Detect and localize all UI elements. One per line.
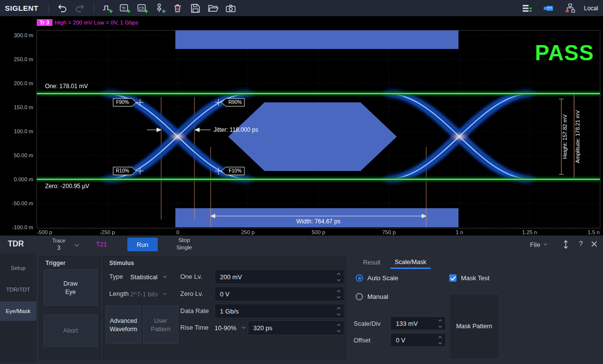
type-label: Type xyxy=(109,269,123,284)
spin-up-icon[interactable] xyxy=(337,272,340,276)
eye-diagram-canvas xyxy=(0,16,603,235)
trace-selector[interactable]: Trace 3 xyxy=(47,237,79,252)
offset-spinbox[interactable]: 0 V xyxy=(390,333,446,347)
spin-down-icon[interactable] xyxy=(337,277,340,281)
save-file-button[interactable] xyxy=(188,2,203,15)
x-axis-label: -250 p xyxy=(90,229,124,235)
trace-selector-value: 3 xyxy=(47,244,71,251)
chevron-down-icon xyxy=(163,274,167,278)
collapse-panel-button[interactable] xyxy=(562,240,569,251)
offset-label: Offset xyxy=(354,333,370,348)
length-dropdown[interactable]: 2^7-1 bits xyxy=(130,287,166,301)
add-trace-button[interactable]: Tr xyxy=(118,2,133,15)
data-rate-label: Data Rate xyxy=(180,304,209,318)
data-rate-spinbox[interactable]: 1 Gb/s xyxy=(215,304,344,318)
auto-scale-radio[interactable] xyxy=(356,274,363,282)
jitter-readout: Jitter: 118.000 ps xyxy=(214,126,258,133)
add-probe-icon xyxy=(154,2,166,14)
trash-icon xyxy=(172,2,184,14)
add-trigger-button[interactable] xyxy=(100,2,115,15)
run-button[interactable]: Run xyxy=(127,238,158,251)
abort-button[interactable]: Abort xyxy=(44,315,97,347)
chevron-down-icon xyxy=(242,325,245,329)
usb-icon xyxy=(543,2,555,14)
mask-pattern-button[interactable]: Mask Pattern xyxy=(449,293,499,359)
add-trace-icon: Tr xyxy=(119,2,131,14)
file-menu[interactable]: File xyxy=(530,239,547,250)
x-axis-label: 750 p xyxy=(372,229,406,235)
mode-indicator[interactable]: Local xyxy=(584,5,598,12)
add-probe-button[interactable] xyxy=(153,2,168,15)
trigger-source-badge[interactable]: Tr 3 xyxy=(37,19,52,26)
spin-down-icon[interactable] xyxy=(337,312,340,315)
rise-time-spinbox[interactable]: 320 ps xyxy=(248,320,344,335)
rise-time-label: Rise Time xyxy=(180,320,209,335)
divider xyxy=(48,3,49,13)
width-readout: Width: 764.67 ps xyxy=(274,218,362,225)
x-axis-label: 500 p xyxy=(301,229,336,235)
y-axis-label: 100.0 m xyxy=(2,128,33,135)
tab-scale-mask[interactable]: Scale/Mask xyxy=(390,256,431,269)
user-pattern-button[interactable]: User Pattern xyxy=(143,306,178,344)
spin-down-icon[interactable] xyxy=(438,324,441,327)
undo-icon xyxy=(57,3,68,14)
file-menu-label: File xyxy=(530,241,540,248)
y-axis-label: -50.00 m xyxy=(2,200,33,207)
tab-result[interactable]: Result xyxy=(358,256,386,269)
spin-up-icon[interactable] xyxy=(337,290,340,293)
trace-selector-label: Trace xyxy=(47,238,71,243)
spin-up-icon[interactable] xyxy=(337,307,340,310)
redo-icon xyxy=(74,3,85,14)
add-channel-icon: Ch xyxy=(137,2,148,14)
y-axis-label: 150.0 m xyxy=(2,104,33,111)
redo-button[interactable] xyxy=(72,2,88,15)
delete-trace-button[interactable] xyxy=(170,2,186,15)
x-axis-label: 0 xyxy=(161,229,195,235)
advanced-waveform-button[interactable]: Advanced Waveform xyxy=(106,306,141,344)
chevron-down-icon xyxy=(74,242,79,247)
x-axis-label: 250 p xyxy=(231,229,265,235)
mask-region-center-hexagon xyxy=(228,102,397,171)
screenshot-button[interactable] xyxy=(223,2,239,15)
close-panel-button[interactable] xyxy=(591,241,598,249)
zero-level-label: Zero Lv. xyxy=(180,287,203,301)
undo-button[interactable] xyxy=(55,2,70,15)
scale-div-spinbox[interactable]: 133 mV xyxy=(390,316,446,330)
stimulus-group: Stimulus Type Statistical One Lv. 200 mV… xyxy=(103,256,346,360)
lan-status-button[interactable] xyxy=(562,2,578,15)
spin-down-icon[interactable] xyxy=(438,340,441,344)
manual-label: Manual xyxy=(367,292,388,302)
tag-r10: R10% xyxy=(113,167,132,175)
open-file-button[interactable] xyxy=(206,2,221,15)
usb-status-button[interactable] xyxy=(541,2,556,15)
spin-down-icon[interactable] xyxy=(337,328,340,332)
sidebar-item-eye-mask[interactable]: Eye/Mask xyxy=(0,301,36,321)
spin-up-icon[interactable] xyxy=(337,323,340,327)
zero-level-spinbox[interactable]: 0 V xyxy=(215,287,344,301)
spin-up-icon[interactable] xyxy=(438,319,441,322)
add-channel-button[interactable]: Ch xyxy=(135,2,150,15)
source-trace-label[interactable]: T21 xyxy=(96,241,107,248)
trigger-group-title: Trigger xyxy=(46,260,66,267)
help-button[interactable]: ? xyxy=(579,240,583,247)
amplitude-readout: Amplitude: 178.21 mV xyxy=(575,110,580,163)
x-axis-label: -500 p xyxy=(27,229,62,235)
mask-test-checkbox[interactable] xyxy=(449,274,457,282)
rise-time-range-dropdown[interactable]: 10-90% xyxy=(215,320,245,335)
one-level-spinbox[interactable]: 200 mV xyxy=(215,269,344,284)
sidebar-item-setup[interactable]: Setup xyxy=(0,258,36,278)
spin-up-icon[interactable] xyxy=(438,336,441,339)
spin-down-icon[interactable] xyxy=(337,294,340,298)
toolbar: SIGLENT Tr Ch xyxy=(0,0,603,16)
svg-text:Tr: Tr xyxy=(122,5,126,10)
x-axis-label: 1 n xyxy=(442,229,477,235)
stop-single-button[interactable]: Stop Single xyxy=(169,237,199,251)
resize-vertical-icon xyxy=(562,240,569,249)
panel-layout-button[interactable] xyxy=(519,2,534,15)
manual-radio[interactable] xyxy=(356,293,363,300)
sidebar-item-tdr-tdt[interactable]: TDR/TDT xyxy=(0,280,36,299)
panel-layout-icon xyxy=(521,2,533,14)
y-axis-label: 200.0 m xyxy=(2,80,33,87)
draw-eye-button[interactable]: Draw Eye xyxy=(44,269,97,306)
type-dropdown[interactable]: Statistical xyxy=(130,269,166,284)
